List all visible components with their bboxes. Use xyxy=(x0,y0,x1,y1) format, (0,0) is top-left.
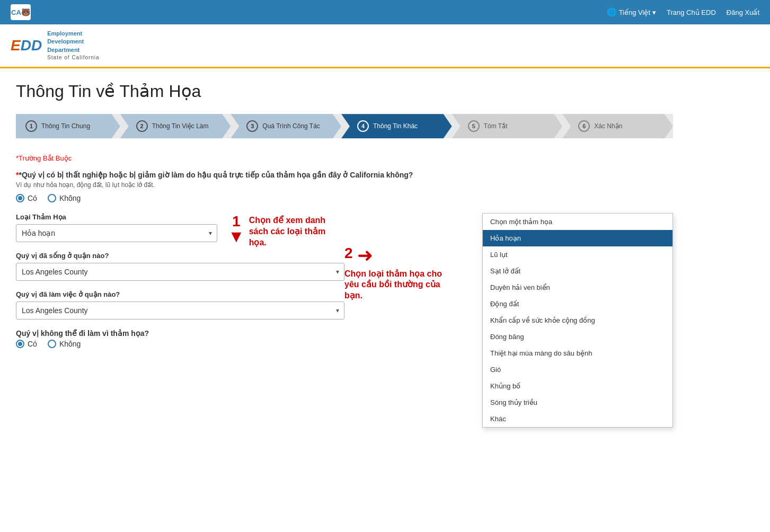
q1-no-radio[interactable] xyxy=(48,194,56,202)
edd-line1: Employment xyxy=(47,30,100,38)
required-note: *Trường Bắt Buộc xyxy=(16,154,673,162)
annotation2-arrow-right-icon: ➜ xyxy=(357,247,373,264)
q1-no-option[interactable]: Không xyxy=(48,194,81,202)
step-5[interactable]: 5 Tóm Tắt xyxy=(452,114,563,138)
step-1[interactable]: 1 Thông Tin Chung xyxy=(16,114,120,138)
dropdown-item[interactable]: Sạt lở đất xyxy=(483,263,672,279)
step-3[interactable]: 3 Quá Trình Công Tác xyxy=(231,114,341,138)
cant-work-radio-group: Có Không xyxy=(16,340,344,348)
edd-logo: EDD Employment Development Department St… xyxy=(11,30,759,67)
dropdown-item[interactable]: Chọn một thảm họa xyxy=(483,214,672,230)
disaster-type-select[interactable]: Hỏa hoạn xyxy=(16,224,217,242)
page-title: Thông Tin về Thảm Họa xyxy=(16,81,673,101)
question1-block: **Quý vị có bị thất nghiệp hoặc bị giảm … xyxy=(16,171,673,202)
edd-line2: Development xyxy=(47,38,100,46)
home-link[interactable]: Trang Chủ EDD xyxy=(667,8,716,16)
page-content: Thông Tin về Thảm Họa 1 Thông Tin Chung … xyxy=(0,68,689,440)
lang-chevron-icon: ▾ xyxy=(652,8,656,16)
step-label-2: Thông Tin Việc Làm xyxy=(152,122,209,130)
edd-text: Employment Development Department State … xyxy=(47,30,100,61)
dropdown-item[interactable]: Khác xyxy=(483,411,672,427)
annotation1-arrow-down-icon: ▼ xyxy=(228,230,245,244)
lived-county-label: Quý vị đã sống ở quận nào? xyxy=(16,252,344,260)
dropdown-item[interactable]: Hỏa hoạn xyxy=(483,230,672,246)
step-label-6: Xác Nhận xyxy=(594,122,622,130)
edd-header: EDD Employment Development Department St… xyxy=(0,24,770,68)
step-label-1: Thông Tin Chung xyxy=(41,122,90,130)
lived-county-select-wrapper: Los Angeles County ▾ xyxy=(16,263,344,281)
step-4[interactable]: 4 Thông Tin Khác xyxy=(341,114,452,138)
step-label-3: Quá Trình Công Tác xyxy=(262,122,320,130)
dropdown-item[interactable]: Lũ lụt xyxy=(483,246,672,263)
disaster-type-dropdown[interactable]: Chọn một thảm họaHỏa hoạnLũ lụtSạt lở đấ… xyxy=(482,213,673,428)
worked-county-select[interactable]: Los Angeles County xyxy=(16,302,344,320)
dropdown-item[interactable]: Sóng thủy triều xyxy=(483,394,672,411)
left-form-col: Loại Thảm Họa Hỏa hoạn ▾ 1 ▼ xyxy=(16,213,344,359)
step-label-5: Tóm Tắt xyxy=(484,122,508,130)
lived-county-select[interactable]: Los Angeles County xyxy=(16,263,344,281)
step-num-3: 3 xyxy=(246,120,258,132)
cant-work-no-radio[interactable] xyxy=(48,340,56,348)
language-selector[interactable]: 🌐 Tiếng Việt ▾ xyxy=(607,7,656,17)
cant-work-yes-option[interactable]: Có xyxy=(16,340,37,348)
cant-work-block: Quý vị không thể đi làm vì thảm họa? Có … xyxy=(16,329,344,348)
dropdown-item[interactable]: Duyên hải ven biển xyxy=(483,279,672,296)
lang-label: Tiếng Việt xyxy=(619,8,650,16)
annotation2-text: Chọn loại thảm họa cho yêu cầu bồi thườn… xyxy=(344,269,450,302)
step-2[interactable]: 2 Thông Tin Việc Làm xyxy=(120,114,231,138)
bear-icon: 🐻 xyxy=(21,8,30,16)
q1-yes-option[interactable]: Có xyxy=(16,194,37,202)
q1-yes-radio[interactable] xyxy=(16,194,24,202)
logout-link[interactable]: Đăng Xuất xyxy=(727,8,759,16)
dropdown-container: Chọn một thảm họaHỏa hoạnLũ lụtSạt lở đấ… xyxy=(482,213,673,428)
worked-county-label: Quý vị đã làm việc ở quận nào? xyxy=(16,290,344,298)
edd-initials: EDD xyxy=(11,38,42,53)
state-line: State of California xyxy=(47,54,100,61)
annotation1-block: 1 ▼ Chọn để xem danh sách các loại thảm … xyxy=(228,213,344,248)
annotation2-number: 2 xyxy=(344,245,353,262)
dropdown-item[interactable]: Gió xyxy=(483,361,672,378)
step-num-6: 6 xyxy=(578,120,590,132)
disaster-type-label: Loại Thảm Họa xyxy=(16,213,217,221)
dropdown-item[interactable]: Đóng băng xyxy=(483,329,672,345)
disaster-type-select-wrapper: Hỏa hoạn ▾ xyxy=(16,224,217,242)
step-num-1: 1 xyxy=(25,120,37,132)
cant-work-no-option[interactable]: Không xyxy=(48,340,81,348)
edd-line3: Department xyxy=(47,46,100,54)
dropdown-item[interactable]: Khẩn cấp về sức khỏe cộng đồng xyxy=(483,312,672,329)
top-navigation: CA 🐻 🌐 Tiếng Việt ▾ Trang Chủ EDD Đăng X… xyxy=(0,0,770,24)
cant-work-label: Quý vị không thể đi làm vì thảm họa? xyxy=(16,329,344,338)
step-num-4: 4 xyxy=(357,120,369,132)
worked-county-select-wrapper: Los Angeles County ▾ xyxy=(16,302,344,320)
top-nav-links: 🌐 Tiếng Việt ▾ Trang Chủ EDD Đăng Xuất xyxy=(607,7,759,17)
ca-logo: CA 🐻 xyxy=(11,4,31,20)
dropdown-item[interactable]: Thiệt hại mùa màng do sâu bệnh xyxy=(483,345,672,361)
dropdown-item[interactable]: Khủng bố xyxy=(483,378,672,394)
question1-radio-group: Có Không xyxy=(16,194,673,202)
step-num-5: 5 xyxy=(468,120,480,132)
content-row: Loại Thảm Họa Hỏa hoạn ▾ 1 ▼ xyxy=(16,213,673,428)
ca-logo-text: CA xyxy=(11,8,21,16)
step-label-4: Thông Tin Khác xyxy=(373,122,418,130)
steps-bar: 1 Thông Tin Chung 2 Thông Tin Việc Làm 3… xyxy=(16,114,673,138)
step-6[interactable]: 6 Xác Nhận xyxy=(562,114,673,138)
cant-work-yes-radio[interactable] xyxy=(16,340,24,348)
annotation1-text: Chọn để xem danh sách các loại thảm họa. xyxy=(249,215,344,248)
question1-label: **Quý vị có bị thất nghiệp hoặc bị giảm … xyxy=(16,171,673,179)
step-num-2: 2 xyxy=(136,120,148,132)
question1-sub: Ví dụ như hỏa hoạn, động đất, lũ lụt hoặ… xyxy=(16,181,673,189)
annotation2-block: 2 ➜ Chọn loại thảm họa cho yêu cầu bồi t… xyxy=(344,213,482,302)
globe-icon: 🌐 xyxy=(607,7,617,17)
dropdown-item[interactable]: Động đất xyxy=(483,296,672,312)
